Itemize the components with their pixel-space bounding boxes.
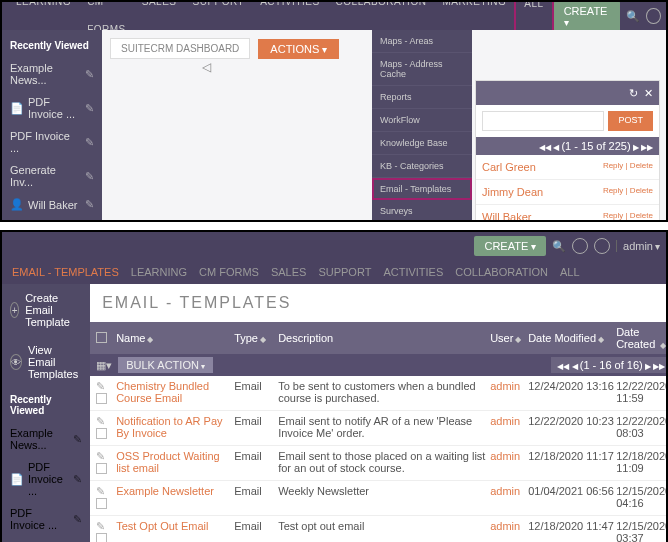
- edit-row-icon[interactable]: ✎: [96, 485, 105, 497]
- edit-row-icon[interactable]: ✎: [96, 380, 105, 392]
- nav-activities[interactable]: ACTIVITIES: [383, 266, 443, 278]
- row-checkbox[interactable]: [96, 533, 107, 542]
- row-name[interactable]: Test Opt Out Email: [116, 520, 234, 532]
- dropdown-item[interactable]: Reports: [372, 86, 472, 109]
- refresh-icon[interactable]: ↻: [629, 87, 638, 100]
- post-input[interactable]: [482, 111, 604, 131]
- col-desc[interactable]: Description: [278, 332, 490, 344]
- row-user[interactable]: admin: [490, 380, 528, 392]
- plus-icon: +: [10, 302, 19, 318]
- nav-cmforms[interactable]: CM FORMS: [199, 266, 259, 278]
- edit-icon[interactable]: ✎: [85, 102, 94, 115]
- nav-learning[interactable]: LEARNING: [131, 266, 187, 278]
- collapse-sidebar-icon[interactable]: ◁: [202, 60, 211, 74]
- popup-pager: ◀◀ ◀ (1 - 15 of 225) ▶ ▶▶: [476, 137, 659, 155]
- edit-icon[interactable]: ✎: [73, 433, 82, 446]
- all-dropdown: Maps - Areas Maps - Address Cache Report…: [372, 30, 472, 222]
- edit-icon[interactable]: ✎: [85, 198, 94, 211]
- edit-icon[interactable]: ✎: [85, 68, 94, 81]
- row-user[interactable]: admin: [490, 450, 528, 462]
- edit-row-icon[interactable]: ✎: [96, 415, 105, 427]
- actions-button[interactable]: ACTIONS ▾: [258, 39, 339, 59]
- sidebar-title: Recently Viewed: [2, 34, 102, 57]
- row-user[interactable]: admin: [490, 485, 528, 497]
- dropdown-item[interactable]: WorkFlow: [372, 109, 472, 132]
- row-user[interactable]: admin: [490, 520, 528, 532]
- column-chooser-icon[interactable]: ▦▾: [96, 359, 112, 372]
- recent-item[interactable]: Example News...✎: [2, 422, 90, 456]
- view-templates-link[interactable]: 👁View Email Templates: [2, 336, 90, 388]
- recent-item[interactable]: Example News...✎: [2, 57, 102, 91]
- activity-actions[interactable]: Reply | Delete: [603, 161, 653, 173]
- nav-all[interactable]: ALL: [560, 266, 580, 278]
- recent-item[interactable]: Generate Inv...✎: [2, 159, 102, 193]
- edit-icon[interactable]: ✎: [85, 136, 94, 149]
- row-mod: 01/04/2021 06:56: [528, 485, 616, 497]
- close-icon[interactable]: ✕: [644, 87, 653, 100]
- dropdown-item-email-templates[interactable]: Email - Templates: [372, 178, 472, 200]
- nav-email-templates[interactable]: EMAIL - TEMPLATES: [12, 266, 119, 278]
- sidebar: +Create Email Template 👁View Email Templ…: [2, 284, 90, 542]
- row-checkbox[interactable]: [96, 498, 107, 509]
- dropdown-item[interactable]: Knowledge Base: [372, 132, 472, 155]
- recent-item[interactable]: PDF Invoice ...✎: [2, 125, 102, 159]
- dropdown-item[interactable]: Maps - Areas: [372, 30, 472, 53]
- row-checkbox[interactable]: [96, 463, 107, 474]
- row-checkbox[interactable]: [96, 428, 107, 439]
- row-user[interactable]: admin: [490, 415, 528, 427]
- dropdown-item[interactable]: KB - Categories: [372, 155, 472, 178]
- table-row: ✎Notification to AR Pay By InvoiceEmailE…: [90, 411, 668, 446]
- table-row: ✎Example NewsletterEmailWeekly Newslette…: [90, 481, 668, 516]
- edit-row-icon[interactable]: ✎: [96, 450, 105, 462]
- user-menu[interactable]: admin ▾: [616, 240, 660, 252]
- search-icon[interactable]: 🔍: [552, 240, 566, 253]
- nav-support[interactable]: SUPPORT: [318, 266, 371, 278]
- edit-row-icon[interactable]: ✎: [96, 520, 105, 532]
- select-all-checkbox[interactable]: [96, 332, 107, 343]
- create-button[interactable]: CREATE ▾: [474, 236, 546, 256]
- edit-icon[interactable]: ✎: [85, 170, 94, 183]
- recent-item[interactable]: PDF Invoice ...✎: [2, 502, 90, 536]
- recent-item[interactable]: 👤Will Baker✎: [2, 193, 102, 216]
- row-desc: Test opt out email: [278, 520, 490, 532]
- notifications-icon[interactable]: [646, 8, 661, 24]
- col-name[interactable]: Name◆: [116, 332, 234, 344]
- create-template-link[interactable]: +Create Email Template: [2, 284, 90, 336]
- create-button[interactable]: CREATE ▾: [554, 1, 621, 32]
- dropdown-item[interactable]: Surveys: [372, 200, 472, 222]
- activity-user[interactable]: Jimmy Dean: [482, 186, 543, 198]
- nav-collaboration[interactable]: COLLABORATION: [455, 266, 548, 278]
- recent-item[interactable]: Generate Inv...✎: [2, 536, 90, 542]
- dropdown-item[interactable]: Maps - Address Cache: [372, 53, 472, 86]
- row-name[interactable]: Notification to AR Pay By Invoice: [116, 415, 234, 439]
- activity-user[interactable]: Carl Green: [482, 161, 536, 173]
- page-title: EMAIL - TEMPLATES: [90, 284, 668, 322]
- row-name[interactable]: Chemistry Bundled Course Email: [116, 380, 234, 404]
- post-button[interactable]: POST: [608, 111, 653, 131]
- row-type: Email: [234, 450, 278, 462]
- row-type: Email: [234, 415, 278, 427]
- activity-actions[interactable]: Reply | Delete: [603, 186, 653, 198]
- row-name[interactable]: Example Newsletter: [116, 485, 234, 497]
- activity-actions[interactable]: Reply | Delete: [603, 211, 653, 220]
- messages-icon[interactable]: [594, 238, 610, 254]
- bulk-action-button[interactable]: BULK ACTION ▾: [118, 357, 213, 373]
- recent-item[interactable]: 📄PDF Invoice ...✎: [2, 91, 102, 125]
- row-name[interactable]: OSS Product Waiting list email: [116, 450, 234, 474]
- col-cre[interactable]: Date Created ◆: [616, 326, 668, 350]
- row-cre: 12/18/2020 11:09: [616, 450, 668, 474]
- notifications-icon[interactable]: [572, 238, 588, 254]
- row-checkbox[interactable]: [96, 393, 107, 404]
- nav-sales[interactable]: SALES: [271, 266, 306, 278]
- recent-item[interactable]: 📄PDF Invoice ...✎: [2, 456, 90, 502]
- search-icon[interactable]: 🔍: [626, 10, 640, 23]
- col-user[interactable]: User◆: [490, 332, 528, 344]
- module-nav: EMAIL - TEMPLATES LEARNING CM FORMS SALE…: [2, 260, 666, 284]
- activity-user[interactable]: Will Baker: [482, 211, 532, 220]
- col-type[interactable]: Type◆: [234, 332, 278, 344]
- edit-icon[interactable]: ✎: [73, 473, 82, 486]
- breadcrumb[interactable]: SUITECRM DASHBOARD: [110, 38, 250, 59]
- edit-icon[interactable]: ✎: [73, 513, 82, 526]
- row-cre: 12/15/2020 04:16: [616, 485, 668, 509]
- col-mod[interactable]: Date Modified◆: [528, 332, 616, 344]
